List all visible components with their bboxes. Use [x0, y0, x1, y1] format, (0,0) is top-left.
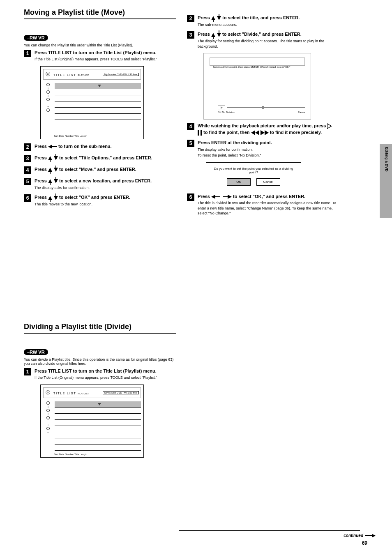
up-arrow-icon — [211, 33, 215, 37]
down-arrow-icon — [54, 179, 58, 183]
cancel-button[interactable]: Cancel — [256, 178, 280, 186]
section1-rule — [24, 18, 176, 19]
page-number: 69 — [362, 540, 367, 546]
play-icon — [327, 123, 332, 129]
tm-row[interactable] — [55, 426, 141, 432]
r-step4-text: While watching the playback picture and/… — [198, 123, 339, 136]
s1-step4-text: Press to select "Move," and press ENTER. — [35, 166, 136, 173]
tm-row-sel[interactable] — [55, 401, 141, 408]
r-step-num-6: 6 — [187, 193, 194, 201]
up-arrow-icon — [48, 179, 52, 183]
title-list-menu-2: ⦾ TITLE LIST PLAYLIST My Movies DVD-RW 1… — [40, 385, 144, 458]
s1-step5-text: Press to select a new location, and pres… — [35, 178, 152, 190]
continued-label: continued — [344, 530, 376, 538]
section2-rule — [24, 333, 176, 334]
step-num-2: 2 — [24, 143, 31, 151]
s2-step1-text: Press TITLE LIST to turn on the Title Li… — [35, 368, 157, 380]
r-step6-text: Press to select "OK," and press ENTER. T… — [198, 193, 339, 216]
r-step5-text: Press ENTER at the dividing point. The d… — [198, 140, 272, 158]
section1-intro: You can change the Playlist title order … — [24, 43, 176, 47]
confirm-msg: Do you want to set the point you selecte… — [210, 167, 297, 174]
confirm-dialog: Do you want to set the point you selecte… — [206, 162, 301, 190]
right-arrow-icon — [228, 195, 232, 199]
up-arrow-icon — [48, 168, 52, 172]
left-arrow-icon — [48, 145, 52, 149]
rw-badge-2: –RW VR — [24, 349, 48, 355]
continue-arrow-icon — [372, 534, 376, 537]
down-arrow-icon — [217, 33, 221, 37]
tm-row[interactable] — [55, 89, 141, 95]
tm-row[interactable] — [55, 408, 141, 414]
tm-row[interactable] — [55, 101, 141, 108]
tm-disc-info: My Movies DVD-RW 1:30 free — [103, 391, 139, 394]
progress-track[interactable] — [227, 107, 305, 108]
title-list-menu-1: ⦾ TITLE LIST PLAYLIST My Movies DVD-RW 1… — [40, 66, 144, 139]
up-arrow-icon — [48, 156, 52, 160]
s1-step3-text: Press to select "Title Options," and pre… — [35, 155, 152, 161]
r-step3-text: Press to select "Divide," and press ENTE… — [198, 31, 339, 49]
section2-title: Dividing a Playlist title (Divide) — [24, 322, 176, 331]
r-step-num-5: 5 — [187, 140, 194, 147]
divide-instruction — [210, 58, 305, 66]
forward-icon — [261, 130, 269, 135]
r-step-num-3: 3 — [187, 31, 194, 39]
tm-foot: Sort Date Number Title Length — [41, 135, 143, 138]
step-num-4: 4 — [24, 166, 31, 174]
r-step-num-2: 2 — [187, 15, 194, 22]
s1-step2-text: Press to turn on the sub-menu. — [35, 143, 112, 150]
r-step-num-4: 4 — [187, 123, 194, 130]
down-arrow-icon — [54, 168, 58, 172]
step-num-3: 3 — [24, 155, 31, 162]
tm-row[interactable] — [55, 420, 141, 426]
tm-brand: TITLE LIST PLAYLIST — [52, 71, 89, 77]
tm-row[interactable] — [55, 95, 141, 101]
s1-step1-text: Press TITLE LIST to turn on the Title Li… — [35, 50, 157, 62]
tm-row[interactable] — [55, 114, 141, 120]
tm-row-sel[interactable] — [55, 83, 141, 89]
ok-button[interactable]: OK — [227, 178, 251, 186]
step-num-6: 6 — [24, 194, 31, 202]
s2-step-num-1: 1 — [24, 368, 31, 375]
pause-icon — [198, 130, 202, 136]
tm-row[interactable] — [55, 120, 141, 126]
tm-row[interactable] — [55, 414, 141, 420]
step-num-1: 1 — [24, 50, 31, 57]
side-chapter-tab: Editing a DVD — [380, 144, 392, 218]
tm-row[interactable] — [55, 444, 141, 451]
tm-row[interactable] — [55, 108, 141, 114]
up-arrow-icon — [211, 16, 215, 20]
r-step2-text: Press to select the title, and press ENT… — [198, 15, 300, 27]
tm-brand: TITLE LIST PLAYLIST — [52, 390, 89, 396]
tm-row[interactable] — [55, 438, 141, 444]
disc-icon: ⦾ — [44, 389, 52, 396]
tm-row[interactable] — [55, 432, 141, 438]
divide-screen: Select a dividing point, then press ENTE… — [203, 53, 311, 120]
down-arrow-icon — [217, 16, 221, 20]
section1-title: Moving a Playlist title (Move) — [24, 8, 176, 17]
step-num-5: 5 — [24, 178, 31, 185]
s1-step6-text: Press to select "OK" and press ENTER. Th… — [35, 194, 130, 207]
tm-foot: Sort Date Number Title Length — [41, 453, 143, 456]
left-arrow-icon — [211, 195, 215, 199]
play-button-small[interactable] — [218, 105, 225, 110]
tm-disc-info: My Movies DVD-RW 1:30 free — [103, 73, 139, 76]
up-arrow-icon — [48, 196, 52, 200]
down-arrow-icon — [54, 196, 58, 200]
section2-intro: You can divide a Playlist title. Since t… — [24, 357, 176, 366]
rewind-icon — [251, 130, 259, 135]
rw-badge-1: –RW VR — [24, 35, 48, 41]
disc-icon: ⦾ — [44, 71, 52, 78]
tm-row[interactable] — [55, 126, 141, 132]
down-arrow-icon — [54, 156, 58, 160]
